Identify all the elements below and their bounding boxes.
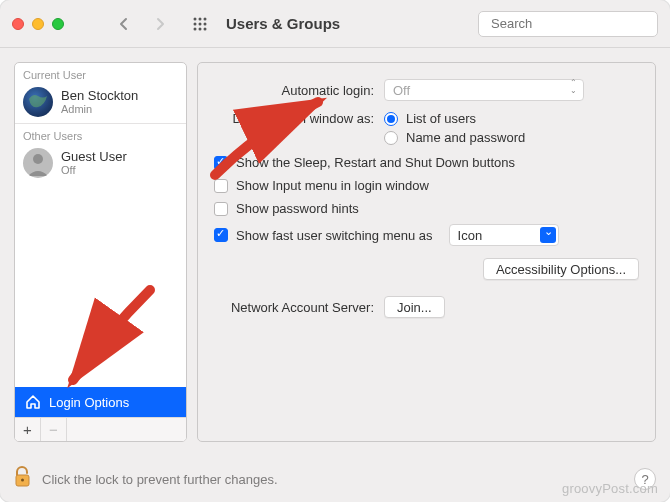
user-role: Off (61, 164, 127, 176)
svg-point-6 (194, 27, 197, 30)
close-icon[interactable] (12, 18, 24, 30)
lock-text: Click the lock to prevent further change… (42, 472, 278, 487)
check-sleep-restart-shutdown[interactable]: Show the Sleep, Restart and Shut Down bu… (214, 155, 639, 170)
zoom-icon[interactable] (52, 18, 64, 30)
sidebar-user-guest[interactable]: Guest User Off (15, 144, 186, 184)
check-fast-user-switching[interactable]: Show fast user switching menu as Icon (214, 224, 639, 246)
checkbox-icon (214, 228, 228, 242)
login-options-label: Login Options (49, 395, 129, 410)
radio-list-of-users[interactable]: List of users (384, 111, 525, 126)
window-controls (12, 18, 64, 30)
svg-point-13 (21, 478, 24, 481)
search-field[interactable] (478, 11, 658, 37)
automatic-login-value: Off (393, 83, 410, 98)
back-button[interactable] (110, 10, 138, 38)
other-users-label: Other Users (15, 123, 186, 144)
watermark: groovyPost.com (562, 481, 658, 496)
titlebar: Users & Groups (0, 0, 670, 48)
add-user-button[interactable]: + (15, 418, 41, 441)
automatic-login-select[interactable]: Off (384, 79, 584, 101)
svg-point-4 (199, 22, 202, 25)
svg-point-0 (194, 17, 197, 20)
fast-switching-select[interactable]: Icon (449, 224, 559, 246)
radio-name-and-password[interactable]: Name and password (384, 130, 525, 145)
checkbox-label: Show password hints (236, 201, 359, 216)
display-window-label: Display login window as: (214, 111, 374, 126)
checkbox-icon (214, 179, 228, 193)
check-password-hints[interactable]: Show password hints (214, 201, 639, 216)
svg-point-1 (199, 17, 202, 20)
checkbox-label: Show the Sleep, Restart and Shut Down bu… (236, 155, 515, 170)
svg-point-8 (204, 27, 207, 30)
current-user-label: Current User (15, 63, 186, 83)
sidebar-user-current[interactable]: Ben Stockton Admin (15, 83, 186, 123)
forward-button[interactable] (146, 10, 174, 38)
checkbox-label: Show fast user switching menu as (236, 228, 433, 243)
check-input-menu[interactable]: Show Input menu in login window (214, 178, 639, 193)
radio-label: Name and password (406, 130, 525, 145)
user-name: Guest User (61, 150, 127, 164)
user-role: Admin (61, 103, 138, 115)
avatar (23, 87, 53, 117)
svg-point-5 (204, 22, 207, 25)
minimize-icon[interactable] (32, 18, 44, 30)
radio-icon (384, 131, 398, 145)
checkbox-icon (214, 202, 228, 216)
login-options-panel: Automatic login: Off Display login windo… (197, 62, 656, 442)
user-name: Ben Stockton (61, 89, 138, 103)
network-account-label: Network Account Server: (214, 300, 374, 315)
checkbox-label: Show Input menu in login window (236, 178, 429, 193)
svg-point-11 (33, 154, 43, 164)
search-input[interactable] (489, 15, 661, 32)
show-all-button[interactable] (186, 10, 214, 38)
automatic-login-label: Automatic login: (214, 83, 374, 98)
page-title: Users & Groups (226, 15, 340, 32)
radio-icon (384, 112, 398, 126)
lock-icon[interactable] (14, 466, 32, 493)
syspref-window: Users & Groups Current User Ben Stockton… (0, 0, 670, 502)
remove-user-button: − (41, 418, 67, 441)
radio-label: List of users (406, 111, 476, 126)
checkbox-icon (214, 156, 228, 170)
users-sidebar: Current User Ben Stockton Admin Other Us… (14, 62, 187, 442)
join-button[interactable]: Join... (384, 296, 445, 318)
fast-switching-value: Icon (458, 228, 483, 243)
add-remove-bar: + − (15, 417, 186, 441)
avatar (23, 148, 53, 178)
svg-point-3 (194, 22, 197, 25)
login-options-item[interactable]: Login Options (15, 387, 186, 417)
home-icon (25, 394, 41, 410)
svg-point-7 (199, 27, 202, 30)
accessibility-options-button[interactable]: Accessibility Options... (483, 258, 639, 280)
svg-point-2 (204, 17, 207, 20)
